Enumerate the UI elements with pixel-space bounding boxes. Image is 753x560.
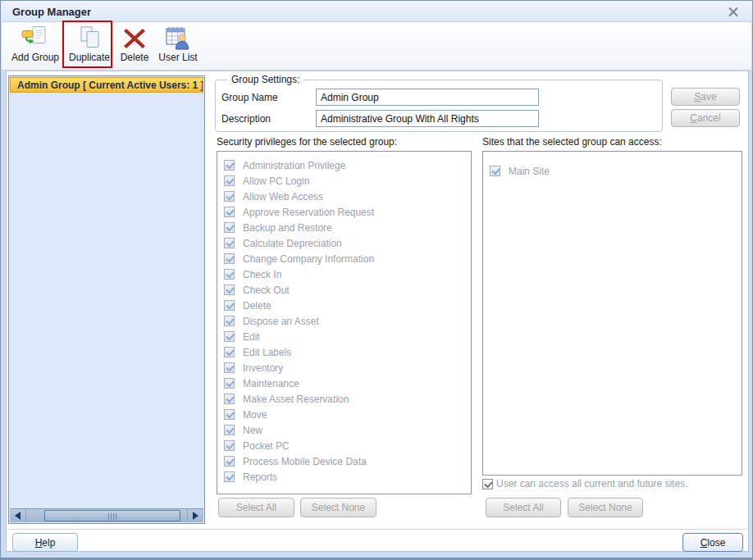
- all-sites-row: User can access all current and future s…: [482, 478, 687, 489]
- delete-button[interactable]: Delete: [116, 24, 153, 68]
- checkbox-checked-icon[interactable]: [224, 269, 235, 280]
- privilege-label: Approve Reservation Request: [243, 207, 374, 218]
- privilege-label: Check In: [243, 269, 281, 280]
- group-manager-window: Group Manager Add Group Duplicate: [0, 0, 753, 560]
- privilege-item[interactable]: Edit Labels: [217, 344, 471, 360]
- site-label: Main Site: [509, 166, 550, 177]
- privilege-label: Edit Labels: [243, 347, 291, 358]
- add-group-icon: [21, 25, 49, 50]
- duplicate-icon: [75, 25, 103, 50]
- privilege-item[interactable]: Delete: [217, 298, 471, 313]
- checkbox-checked-icon[interactable]: [224, 456, 235, 467]
- privilege-item[interactable]: Check In: [217, 266, 471, 282]
- privilege-item[interactable]: Edit: [217, 329, 471, 344]
- user-list-icon: [164, 25, 192, 50]
- privileges-header: Security privileges for the selected gro…: [217, 136, 397, 148]
- privilege-item[interactable]: Reports: [217, 469, 471, 485]
- privilege-item[interactable]: Administration Privilege: [217, 157, 471, 173]
- privilege-label: Reports: [243, 471, 277, 483]
- privilege-item[interactable]: Pocket PC: [217, 438, 471, 453]
- privileges-select-all-button[interactable]: Select All: [218, 498, 294, 517]
- checkbox-checked-icon[interactable]: [224, 425, 235, 435]
- save-button[interactable]: Save: [671, 88, 740, 106]
- checkbox-checked-icon[interactable]: [224, 316, 235, 326]
- close-icon[interactable]: [728, 7, 739, 17]
- privilege-item[interactable]: New: [217, 422, 471, 438]
- privilege-item[interactable]: Allow PC Login: [217, 173, 471, 189]
- group-settings-legend: Group Settings:: [227, 74, 303, 85]
- group-name-input[interactable]: [316, 89, 539, 106]
- description-input[interactable]: [316, 110, 539, 127]
- privilege-item[interactable]: Dispose an Asset: [217, 313, 471, 329]
- group-list-panel: Admin Group [ Current Active Users: 1 ]: [8, 75, 205, 524]
- delete-label: Delete: [121, 52, 149, 63]
- main-content: Admin Group [ Current Active Users: 1 ] …: [6, 71, 749, 552]
- privilege-item[interactable]: Backup and Restore: [217, 220, 471, 235]
- sites-select-none-button[interactable]: Select None: [568, 498, 643, 517]
- privileges-select-none-button[interactable]: Select None: [300, 498, 376, 517]
- checkbox-checked-icon[interactable]: [224, 207, 235, 217]
- privilege-item[interactable]: Maintenance: [217, 376, 471, 391]
- all-sites-checkbox[interactable]: [482, 479, 493, 489]
- scrollbar-thumb[interactable]: [44, 510, 180, 521]
- privilege-label: Make Asset Reservation: [243, 394, 349, 405]
- sites-list: Main Site: [482, 151, 742, 476]
- checkbox-checked-icon[interactable]: [224, 285, 235, 295]
- privilege-label: Calculate Depreciation: [243, 238, 342, 249]
- checkbox-checked-icon[interactable]: [224, 378, 235, 389]
- checkbox-checked-icon[interactable]: [224, 362, 235, 373]
- privilege-item[interactable]: Calculate Depreciation: [217, 235, 471, 251]
- privilege-item[interactable]: Move: [217, 407, 471, 422]
- checkbox-checked-icon[interactable]: [224, 222, 235, 233]
- right-arrow-icon: [193, 512, 199, 520]
- horizontal-scrollbar[interactable]: [10, 508, 203, 522]
- window-title: Group Manager: [12, 6, 91, 18]
- privilege-item[interactable]: Process Mobile Device Data: [217, 453, 471, 469]
- user-list-button[interactable]: User List: [155, 24, 201, 68]
- checkbox-checked-icon[interactable]: [224, 253, 235, 264]
- checkbox-checked-icon[interactable]: [224, 300, 235, 311]
- privilege-item[interactable]: Change Company Information: [217, 251, 471, 266]
- duplicate-button[interactable]: Duplicate: [66, 24, 113, 68]
- checkbox-checked-icon[interactable]: [224, 238, 235, 248]
- delete-icon: [121, 25, 148, 50]
- privilege-label: Change Company Information: [243, 253, 374, 265]
- checkbox-checked-icon[interactable]: [224, 440, 235, 451]
- footer-separator: [8, 529, 746, 530]
- privilege-item[interactable]: Make Asset Reservation: [217, 391, 471, 407]
- scroll-left-button[interactable]: [10, 509, 26, 522]
- sites-header: Sites that the selected group can access…: [482, 136, 662, 148]
- add-group-button[interactable]: Add Group: [8, 24, 62, 68]
- privilege-label: Allow Web Access: [243, 191, 323, 203]
- scrollbar-grip-icon: [108, 513, 117, 520]
- checkbox-checked-icon[interactable]: [224, 175, 235, 186]
- privilege-label: Edit: [243, 331, 260, 343]
- toolbar: Add Group Duplicate Delete: [2, 22, 751, 71]
- sites-select-all-button[interactable]: Select All: [486, 498, 561, 517]
- privilege-item[interactable]: Inventory: [217, 360, 471, 376]
- help-button[interactable]: Help: [12, 533, 78, 552]
- checkbox-checked-icon[interactable]: [224, 409, 235, 420]
- privilege-label: Move: [243, 409, 267, 421]
- site-item[interactable]: Main Site: [483, 163, 742, 179]
- scroll-right-button[interactable]: [187, 509, 203, 522]
- privilege-item[interactable]: Check Out: [217, 282, 471, 298]
- checkbox-checked-icon[interactable]: [224, 160, 235, 171]
- checkbox-checked-icon[interactable]: [224, 471, 235, 482]
- checkbox-checked-icon[interactable]: [224, 347, 235, 357]
- privilege-label: Administration Privilege: [243, 160, 345, 171]
- checkbox-checked-icon[interactable]: [224, 191, 235, 202]
- privilege-item[interactable]: Approve Reservation Request: [217, 204, 471, 220]
- checkbox-checked-icon[interactable]: [224, 331, 235, 342]
- duplicate-label: Duplicate: [69, 52, 110, 63]
- privilege-item[interactable]: Allow Web Access: [217, 189, 471, 204]
- titlebar[interactable]: Group Manager: [1, 1, 752, 22]
- close-button[interactable]: Close: [682, 533, 743, 552]
- privilege-label: Delete: [243, 300, 272, 312]
- cancel-button[interactable]: Cancel: [671, 109, 740, 127]
- checkbox-checked-icon[interactable]: [490, 166, 500, 176]
- privilege-label: Check Out: [243, 285, 290, 296]
- privilege-label: New: [243, 425, 262, 436]
- group-list-selected-item[interactable]: Admin Group [ Current Active Users: 1 ]: [10, 77, 203, 93]
- checkbox-checked-icon[interactable]: [224, 394, 235, 404]
